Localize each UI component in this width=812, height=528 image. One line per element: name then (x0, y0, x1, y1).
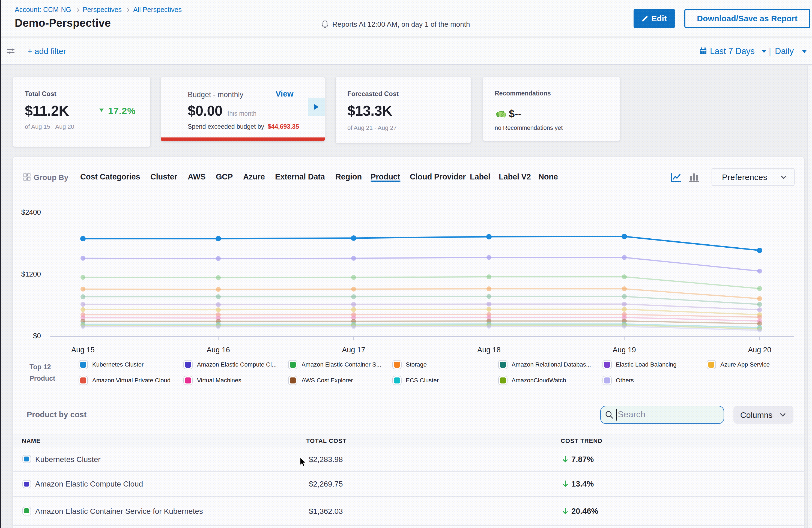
svg-text:Aug 17: Aug 17 (342, 346, 365, 354)
svg-text:$2400: $2400 (21, 208, 41, 216)
svg-text:$0: $0 (33, 331, 41, 339)
svg-text:Aug 18: Aug 18 (477, 346, 501, 354)
svg-text:Aug 16: Aug 16 (206, 346, 230, 354)
svg-text:$1200: $1200 (21, 270, 41, 278)
svg-text:Aug 15: Aug 15 (71, 346, 95, 354)
svg-text:Aug 19: Aug 19 (612, 346, 636, 354)
svg-text:Aug 20: Aug 20 (748, 346, 771, 354)
